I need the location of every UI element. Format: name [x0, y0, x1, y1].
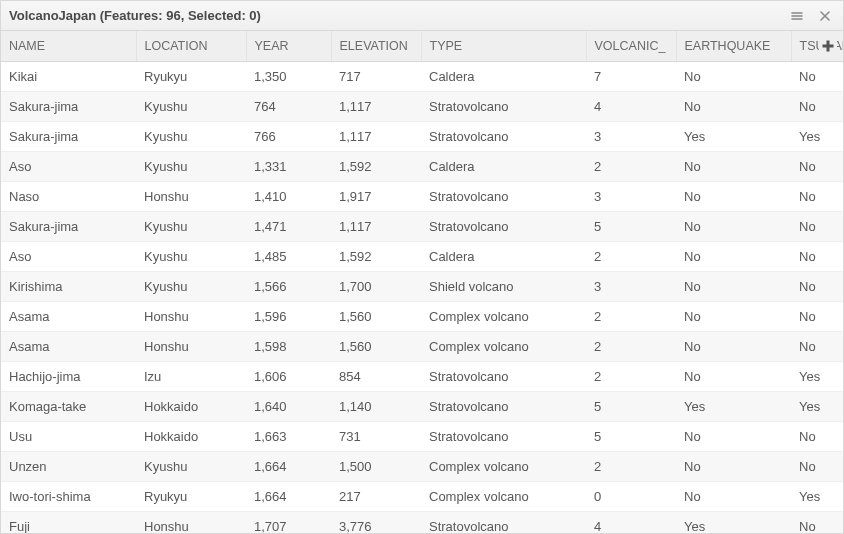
- cell-location: Ryukyu: [136, 482, 246, 512]
- table-row[interactable]: NasoHonshu1,4101,917Stratovolcano3NoNo: [1, 182, 843, 212]
- table-row[interactable]: Sakura-jimaKyushu7661,117Stratovolcano3Y…: [1, 122, 843, 152]
- cell-type: Caldera: [421, 242, 586, 272]
- panel-title: VolcanoJapan (Features: 96, Selected: 0): [9, 8, 779, 23]
- cell-vei: 4: [586, 92, 676, 122]
- cell-type: Complex volcano: [421, 482, 586, 512]
- col-header-year[interactable]: YEAR: [246, 31, 331, 62]
- cell-tsunami: No: [791, 212, 843, 242]
- cell-vei: 3: [586, 182, 676, 212]
- cell-earthquake: No: [676, 272, 791, 302]
- cell-year: 1,596: [246, 302, 331, 332]
- cell-year: 1,598: [246, 332, 331, 362]
- cell-name: Unzen: [1, 452, 136, 482]
- cell-name: Sakura-jima: [1, 122, 136, 152]
- cell-location: Kyushu: [136, 212, 246, 242]
- table-row[interactable]: AsamaHonshu1,5981,560Complex volcano2NoN…: [1, 332, 843, 362]
- cell-name: Asama: [1, 302, 136, 332]
- cell-vei: 2: [586, 452, 676, 482]
- cell-location: Hokkaido: [136, 392, 246, 422]
- attribute-table: NAME LOCATION YEAR ELEVATION TYPE VOLCAN…: [1, 31, 843, 533]
- col-header-type[interactable]: TYPE: [421, 31, 586, 62]
- cell-vei: 2: [586, 242, 676, 272]
- menu-icon: [790, 9, 804, 23]
- cell-name: Iwo-tori-shima: [1, 482, 136, 512]
- cell-type: Shield volcano: [421, 272, 586, 302]
- cell-location: Kyushu: [136, 242, 246, 272]
- cell-type: Caldera: [421, 62, 586, 92]
- table-row[interactable]: Iwo-tori-shimaRyukyu1,664217Complex volc…: [1, 482, 843, 512]
- cell-elevation: 1,117: [331, 92, 421, 122]
- cell-name: Hachijo-jima: [1, 362, 136, 392]
- table-row[interactable]: FujiHonshu1,7073,776Stratovolcano4YesNo: [1, 512, 843, 534]
- table-row[interactable]: UsuHokkaido1,663731Stratovolcano5NoNo: [1, 422, 843, 452]
- cell-earthquake: Yes: [676, 122, 791, 152]
- cell-year: 766: [246, 122, 331, 152]
- table-row[interactable]: KikaiRyukyu1,350717Caldera7NoNo: [1, 62, 843, 92]
- table-row[interactable]: AsamaHonshu1,5961,560Complex volcano2NoN…: [1, 302, 843, 332]
- cell-elevation: 717: [331, 62, 421, 92]
- table-row[interactable]: AsoKyushu1,3311,592Caldera2NoNo: [1, 152, 843, 182]
- cell-elevation: 1,592: [331, 152, 421, 182]
- cell-elevation: 1,560: [331, 302, 421, 332]
- table-row[interactable]: Sakura-jimaKyushu7641,117Stratovolcano4N…: [1, 92, 843, 122]
- table-row[interactable]: AsoKyushu1,4851,592Caldera2NoNo: [1, 242, 843, 272]
- menu-button[interactable]: [787, 6, 807, 26]
- cell-tsunami: No: [791, 452, 843, 482]
- cell-tsunami: Yes: [791, 482, 843, 512]
- cell-type: Stratovolcano: [421, 422, 586, 452]
- cell-tsunami: No: [791, 302, 843, 332]
- cell-location: Honshu: [136, 512, 246, 534]
- cell-type: Caldera: [421, 152, 586, 182]
- cell-earthquake: No: [676, 332, 791, 362]
- col-header-earthquake[interactable]: EARTHQUAKE: [676, 31, 791, 62]
- cell-type: Stratovolcano: [421, 392, 586, 422]
- cell-elevation: 217: [331, 482, 421, 512]
- add-column-button[interactable]: [819, 37, 837, 55]
- cell-earthquake: No: [676, 92, 791, 122]
- cell-earthquake: No: [676, 152, 791, 182]
- cell-location: Honshu: [136, 332, 246, 362]
- table-row[interactable]: Sakura-jimaKyushu1,4711,117Stratovolcano…: [1, 212, 843, 242]
- cell-elevation: 1,117: [331, 122, 421, 152]
- cell-tsunami: Yes: [791, 392, 843, 422]
- table-row[interactable]: Komaga-takeHokkaido1,6401,140Stratovolca…: [1, 392, 843, 422]
- cell-tsunami: No: [791, 152, 843, 182]
- cell-year: 1,485: [246, 242, 331, 272]
- table-scroll-area[interactable]: NAME LOCATION YEAR ELEVATION TYPE VOLCAN…: [1, 31, 843, 533]
- cell-type: Stratovolcano: [421, 512, 586, 534]
- table-row[interactable]: UnzenKyushu1,6641,500Complex volcano2NoN…: [1, 452, 843, 482]
- cell-location: Kyushu: [136, 452, 246, 482]
- cell-name: Sakura-jima: [1, 92, 136, 122]
- cell-name: Kikai: [1, 62, 136, 92]
- col-header-location[interactable]: LOCATION: [136, 31, 246, 62]
- cell-vei: 3: [586, 272, 676, 302]
- titlebar: VolcanoJapan (Features: 96, Selected: 0): [1, 1, 843, 31]
- cell-location: Ryukyu: [136, 62, 246, 92]
- attribute-table-panel: VolcanoJapan (Features: 96, Selected: 0)…: [0, 0, 844, 534]
- cell-earthquake: No: [676, 242, 791, 272]
- table-row[interactable]: KirishimaKyushu1,5661,700Shield volcano3…: [1, 272, 843, 302]
- cell-name: Usu: [1, 422, 136, 452]
- cell-type: Complex volcano: [421, 332, 586, 362]
- cell-type: Stratovolcano: [421, 362, 586, 392]
- cell-location: Izu: [136, 362, 246, 392]
- close-button[interactable]: [815, 6, 835, 26]
- cell-earthquake: No: [676, 182, 791, 212]
- cell-elevation: 1,592: [331, 242, 421, 272]
- col-header-name[interactable]: NAME: [1, 31, 136, 62]
- cell-vei: 5: [586, 212, 676, 242]
- cell-year: 1,640: [246, 392, 331, 422]
- cell-earthquake: Yes: [676, 392, 791, 422]
- cell-year: 1,471: [246, 212, 331, 242]
- cell-location: Kyushu: [136, 152, 246, 182]
- cell-vei: 3: [586, 122, 676, 152]
- col-header-volcanic[interactable]: VOLCANIC_: [586, 31, 676, 62]
- cell-location: Honshu: [136, 182, 246, 212]
- cell-vei: 5: [586, 422, 676, 452]
- table-row[interactable]: Hachijo-jimaIzu1,606854Stratovolcano2NoY…: [1, 362, 843, 392]
- cell-year: 1,566: [246, 272, 331, 302]
- cell-elevation: 1,700: [331, 272, 421, 302]
- cell-location: Hokkaido: [136, 422, 246, 452]
- cell-year: 764: [246, 92, 331, 122]
- col-header-elevation[interactable]: ELEVATION: [331, 31, 421, 62]
